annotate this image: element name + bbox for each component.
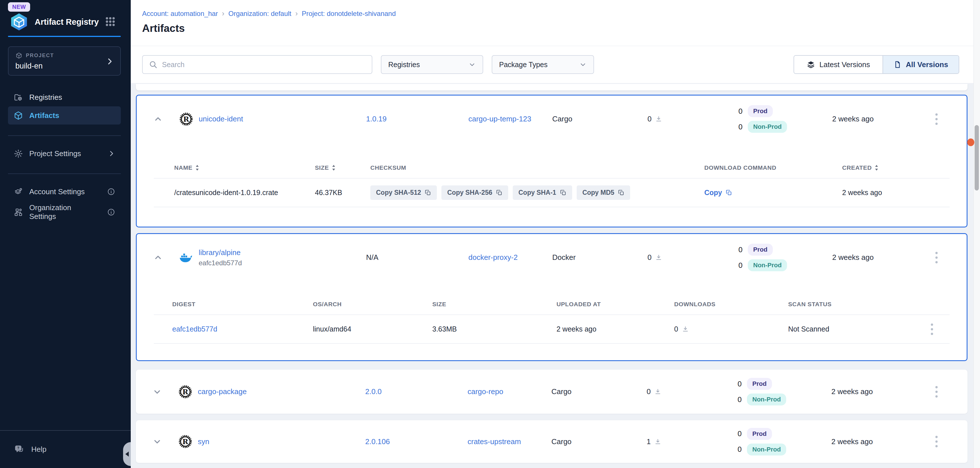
chevron-down-icon bbox=[468, 61, 476, 68]
artifact-name-link[interactable]: syn bbox=[198, 437, 209, 446]
deployments-cell: 0Prod 0Non-Prod bbox=[738, 378, 831, 406]
search-box bbox=[142, 55, 372, 74]
collapse-row-button[interactable] bbox=[152, 113, 164, 125]
breadcrumb: Account: automation_har › Organization: … bbox=[142, 9, 974, 18]
row-menu-button[interactable] bbox=[931, 433, 942, 450]
collapse-left-icon bbox=[125, 452, 129, 457]
sidebar-item-label: Account Settings bbox=[29, 187, 85, 196]
latest-versions-button[interactable]: Latest Versions bbox=[794, 56, 883, 73]
latest-versions-label: Latest Versions bbox=[819, 60, 870, 69]
app-grid-icon[interactable] bbox=[105, 16, 116, 27]
artifact-cube-icon bbox=[14, 111, 23, 120]
artifact-registry-link[interactable]: docker-proxy-2 bbox=[468, 253, 517, 261]
artifact-name-link[interactable]: unicode-ident bbox=[199, 115, 243, 123]
package-types-filter-label: Package Types bbox=[499, 60, 547, 69]
digest-row: eafc1edb577d linux/amd64 3.63MB 2 weeks … bbox=[154, 315, 950, 344]
row-menu-button[interactable] bbox=[931, 384, 942, 400]
app-brand: Artifact Registry bbox=[10, 13, 99, 31]
info-icon[interactable] bbox=[107, 188, 115, 196]
copy-sha-1-button[interactable]: Copy SHA-1 bbox=[513, 185, 572, 200]
digest-link[interactable]: eafc1edb577d bbox=[172, 325, 313, 333]
expand-row-button[interactable] bbox=[151, 386, 163, 398]
artifact-version-link[interactable]: 1.0.19 bbox=[366, 115, 387, 123]
registries-filter-dropdown[interactable]: Registries bbox=[381, 55, 483, 74]
breadcrumb-account-link[interactable]: Account: automation_har bbox=[142, 10, 218, 18]
sidebar-item-account-settings[interactable]: Account Settings bbox=[8, 183, 121, 201]
sidebar-item-label: Registries bbox=[29, 93, 62, 102]
sidebar-item-artifacts[interactable]: Artifacts bbox=[8, 106, 121, 124]
scrollbar-thumb[interactable] bbox=[975, 125, 979, 191]
artifact-card-cargo-package: R cargo-package 2.0.0 cargo-repo Cargo 0… bbox=[136, 369, 967, 414]
prod-badge: Prod bbox=[748, 244, 773, 256]
project-selector[interactable]: PROJECT build-en bbox=[8, 46, 121, 76]
artifact-row: R cargo-package 2.0.0 cargo-repo Cargo 0… bbox=[136, 369, 967, 414]
search-icon bbox=[149, 60, 158, 69]
created-at: 2 weeks ago bbox=[831, 387, 873, 396]
all-versions-button[interactable]: All Versions bbox=[883, 56, 959, 73]
prod-badge: Prod bbox=[748, 105, 773, 117]
file-row: /cratesunicode-ident-1.0.19.crate 46.37K… bbox=[154, 178, 950, 207]
copy-download-command-button[interactable]: Copy bbox=[704, 188, 732, 197]
artifact-version-link[interactable]: 2.0.106 bbox=[365, 437, 390, 446]
deployments-cell: 0Prod 0Non-Prod bbox=[738, 105, 832, 133]
artifact-registry-link[interactable]: crates-upstream bbox=[468, 437, 521, 446]
collapse-row-button[interactable] bbox=[152, 252, 164, 263]
breadcrumb-project-link[interactable]: Project: donotdelete-shivanand bbox=[302, 10, 396, 18]
deployments-cell: 0Prod 0Non-Prod bbox=[738, 244, 832, 271]
sidebar-item-organization-settings[interactable]: Organization Settings bbox=[8, 203, 121, 221]
breadcrumb-organization-link[interactable]: Organization: default bbox=[229, 10, 291, 18]
created-at: 2 weeks ago bbox=[832, 115, 874, 123]
file-icon bbox=[894, 60, 902, 68]
sidebar-collapse-handle[interactable] bbox=[123, 442, 131, 466]
digest-menu-button[interactable] bbox=[927, 321, 937, 337]
layers-gear-icon bbox=[14, 187, 23, 196]
sidebar-item-project-settings[interactable]: Project Settings bbox=[8, 145, 121, 162]
column-header-os-arch: OS/ARCH bbox=[313, 301, 432, 308]
download-count: 0 bbox=[647, 387, 651, 396]
checksum-buttons: Copy SHA-512Copy SHA-256Copy SHA-1Copy M… bbox=[370, 185, 704, 200]
download-icon bbox=[655, 254, 662, 261]
column-header-created[interactable]: CREATED bbox=[842, 164, 950, 171]
sidebar-item-registries[interactable]: Registries bbox=[8, 88, 121, 106]
versions-toggle-group: Latest Versions All Versions bbox=[794, 55, 959, 74]
created-at: 2 weeks ago bbox=[831, 437, 873, 446]
column-header-name[interactable]: NAME bbox=[174, 164, 315, 171]
digest-download-count: 0 bbox=[674, 325, 678, 333]
expand-row-button[interactable] bbox=[151, 436, 163, 447]
gear-icon bbox=[14, 149, 23, 158]
copy-sha-256-button[interactable]: Copy SHA-256 bbox=[441, 185, 508, 200]
version-files-table: NAMESIZECHECKSUMDOWNLOAD COMMANDCREATED … bbox=[154, 142, 950, 207]
package-types-filter-dropdown[interactable]: Package Types bbox=[492, 55, 594, 74]
artifact-version-link[interactable]: 2.0.0 bbox=[365, 387, 382, 396]
search-input[interactable] bbox=[162, 60, 366, 69]
chevron-down-icon bbox=[153, 388, 161, 396]
row-menu-button[interactable] bbox=[931, 249, 942, 266]
orange-marker bbox=[967, 138, 974, 146]
artifact-registry-link[interactable]: cargo-up-temp-123 bbox=[468, 115, 531, 123]
download-icon bbox=[654, 388, 662, 395]
column-header-download-command: DOWNLOAD COMMAND bbox=[704, 164, 842, 171]
copy-md5-button[interactable]: Copy MD5 bbox=[577, 185, 630, 200]
artifact-registry-link[interactable]: cargo-repo bbox=[468, 387, 503, 396]
column-header-size[interactable]: SIZE bbox=[315, 164, 370, 171]
prod-count: 0 bbox=[738, 429, 742, 438]
prod-count: 0 bbox=[738, 245, 743, 254]
svg-text:?: ? bbox=[18, 446, 19, 450]
nonprod-badge: Non-Prod bbox=[747, 444, 786, 455]
scrollbar-track[interactable] bbox=[974, 0, 980, 468]
help-label: Help bbox=[31, 445, 46, 454]
cargo-icon: R bbox=[178, 435, 192, 448]
chevron-right-icon bbox=[105, 57, 114, 66]
prod-count: 0 bbox=[738, 107, 743, 116]
sidebar-item-label: Organization Settings bbox=[29, 203, 95, 221]
brand-underline bbox=[8, 36, 121, 37]
download-count: 1 bbox=[647, 437, 651, 446]
help-button[interactable]: ? Help bbox=[0, 430, 131, 468]
prod-badge: Prod bbox=[747, 378, 772, 390]
artifact-name-link[interactable]: library/alpine bbox=[199, 248, 242, 257]
artifact-name-link[interactable]: cargo-package bbox=[198, 387, 247, 396]
download-count: 0 bbox=[648, 115, 651, 123]
info-icon[interactable] bbox=[107, 208, 115, 216]
copy-sha-512-button[interactable]: Copy SHA-512 bbox=[370, 185, 437, 200]
row-menu-button[interactable] bbox=[931, 111, 942, 127]
